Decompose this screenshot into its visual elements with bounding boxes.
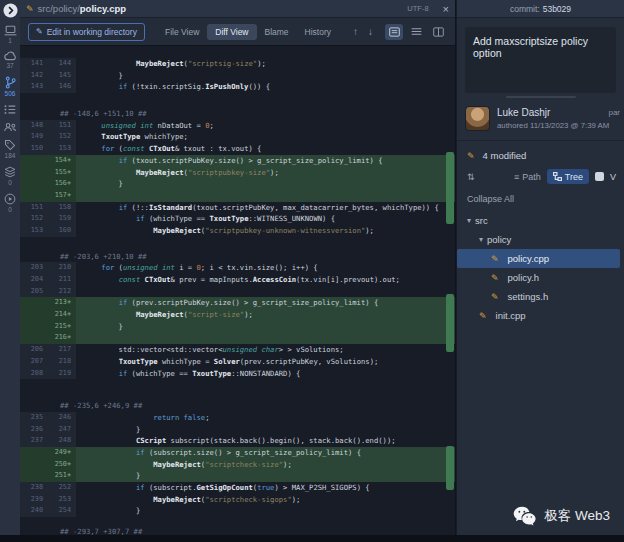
tree-icon xyxy=(553,172,562,181)
diff-row-context[interactable]: 143146 if (!txin.scriptSig.IsPushOnly())… xyxy=(20,81,455,93)
tree-item-init-cpp[interactable]: ✎init.cpp xyxy=(457,306,624,325)
new-line-number: 249+ xyxy=(48,447,76,459)
commit-hash: 53b029 xyxy=(543,4,571,14)
diff-gap xyxy=(20,379,455,400)
edit-in-working-directory-button[interactable]: ✎ Edit in working directory xyxy=(28,23,145,41)
tree-item-policy-cpp[interactable]: ✎policy.cpp xyxy=(457,249,620,268)
new-line-number: 213+ xyxy=(48,297,76,309)
tree-item-settings-h[interactable]: ✎settings.h xyxy=(457,287,624,306)
diff-row-added[interactable]: 157+ xyxy=(20,190,455,202)
file-path-prefix: src/policy/ xyxy=(38,3,80,14)
diff-row-context[interactable]: 207218 TxoutType whichType = Solver(prev… xyxy=(20,356,455,368)
sidebar-item-branch[interactable]: 506 xyxy=(5,76,16,97)
tree-item-policy[interactable]: ▾policy xyxy=(457,230,624,249)
new-line-number: 157+ xyxy=(48,190,76,202)
sidebar-badge: 184 xyxy=(5,152,16,159)
new-line-number: 211 xyxy=(48,274,76,286)
diff-row-added[interactable]: 216+ xyxy=(20,332,455,344)
diff-row-context[interactable]: 240254 } xyxy=(20,505,455,517)
path-view-button[interactable]: ≡Path xyxy=(514,172,541,182)
list-view-icon[interactable] xyxy=(407,24,425,40)
collapse-all-button[interactable]: Collapse All xyxy=(467,194,616,204)
diff-row-added[interactable]: 156+ } xyxy=(20,178,455,190)
diff-row-context[interactable]: 208219 if (whichType == TxoutType::NONST… xyxy=(20,368,455,380)
diff-row-added[interactable]: 155+ MaybeReject("scriptpubkey-size"); xyxy=(20,167,455,179)
tree-item-label: init.cpp xyxy=(496,310,526,321)
sidebar-badge: 506 xyxy=(5,90,16,97)
view-checkbox[interactable] xyxy=(595,172,604,181)
divider xyxy=(457,140,624,141)
diff-row-added[interactable]: 213+ if (prev.scriptPubKey.size() > g_sc… xyxy=(20,297,455,309)
diff-row-context[interactable]: 151158 if (!::IsStandard(txout.scriptPub… xyxy=(20,202,455,214)
diff-row-context[interactable]: 142145 } xyxy=(20,70,455,82)
diff-row-added[interactable]: 154+ if (txout.scriptPubKey.size() > g_s… xyxy=(20,155,455,167)
diff-row-context[interactable]: 236247 } xyxy=(20,424,455,436)
diff-row-added[interactable]: 250+ MaybeReject("scriptcheck-size"); xyxy=(20,459,455,471)
diff-row-context[interactable]: 204211 const CTxOut& prev = mapInputs.Ac… xyxy=(20,274,455,286)
message-scrollbar[interactable] xyxy=(506,96,576,98)
diff-row-added[interactable]: 251+ } xyxy=(20,470,455,482)
new-line-number: 159 xyxy=(48,213,76,225)
old-line-number: 239 xyxy=(20,494,48,506)
next-hunk-button[interactable]: ↓ xyxy=(368,26,373,37)
tree-item-src[interactable]: ▾src xyxy=(457,211,624,230)
modified-pencil-icon: ✎ xyxy=(491,273,499,283)
code-text: } xyxy=(76,470,455,482)
prev-hunk-button[interactable]: ↑ xyxy=(353,26,358,37)
sidebar-badge: 0 xyxy=(8,179,12,186)
old-line-number: 141 xyxy=(20,58,48,70)
sidebar-badge: 1 xyxy=(8,37,12,44)
sort-az-icon[interactable]: ⇅ xyxy=(467,172,474,182)
modified-pencil-icon: ✎ xyxy=(479,311,487,321)
diff-row-added[interactable]: 249+ if (subscript.size() > g_script_siz… xyxy=(20,447,455,459)
commit-message-box[interactable]: Add maxscriptsize policy option xyxy=(465,27,616,93)
diff-code-area[interactable]: 141144 MaybeReject("scriptsig-size");142… xyxy=(20,46,455,535)
diff-row-context[interactable]: 150153 for (const CTxOut& txout : tx.vou… xyxy=(20,143,455,155)
view-tab-history[interactable]: History xyxy=(297,24,339,40)
diff-row-context[interactable]: 235246 return false; xyxy=(20,412,455,424)
diff-row-context[interactable]: 203210 for (unsigned int i = 0; i < tx.v… xyxy=(20,262,455,274)
sidebar-item-cloud[interactable]: 37 xyxy=(4,51,17,69)
tree-item-label: settings.h xyxy=(508,291,549,302)
code-text: MaybeReject("scriptsig-size"); xyxy=(76,58,455,70)
inline-diff-icon[interactable] xyxy=(385,24,403,40)
new-line-number: 146 xyxy=(48,81,76,93)
split-view-icon[interactable] xyxy=(429,24,447,40)
sidebar-item-team[interactable] xyxy=(4,122,17,132)
authored-date: authored 11/13/2023 @ 7:39 AM xyxy=(497,121,609,130)
diff-row-context[interactable]: 152159 if (whichType == TxoutType::WITNE… xyxy=(20,213,455,225)
close-icon[interactable]: × xyxy=(443,3,449,15)
diff-row-context[interactable]: 237248 CScript subscript(stack.back().be… xyxy=(20,435,455,447)
sidebar-item-layers[interactable]: 0 xyxy=(4,166,16,186)
sidebar-item-checklist[interactable] xyxy=(4,104,16,115)
code-text: for (unsigned int i = 0; i < tx.vin.size… xyxy=(76,262,455,274)
view-tab-blame[interactable]: Blame xyxy=(257,24,297,40)
diff-row-added[interactable]: 215+ } xyxy=(20,321,455,333)
diff-row-context[interactable]: 141144 MaybeReject("scriptsig-size"); xyxy=(20,58,455,70)
diff-row-context[interactable]: 239253 MaybeReject("scriptcheck-sigops")… xyxy=(20,494,455,506)
sidebar-item-chevron-circle[interactable] xyxy=(3,3,18,18)
diff-row-context[interactable]: 238252 if (subscript.GetSigOpCount(true)… xyxy=(20,482,455,494)
tree-item-policy-h[interactable]: ✎policy.h xyxy=(457,268,624,287)
diff-minimap-scrollbar[interactable] xyxy=(446,46,454,535)
view-tab-file-view[interactable]: File View xyxy=(157,24,207,40)
diff-row-context[interactable]: 148151 unsigned int nDataOut = 0; xyxy=(20,120,455,132)
team-icon xyxy=(4,122,17,132)
sidebar-item-play[interactable]: 0 xyxy=(4,193,16,213)
edit-button-label: Edit in working directory xyxy=(47,27,137,37)
sidebar-item-laptop[interactable]: 1 xyxy=(4,25,17,44)
diff-row-context[interactable]: 206217 std::vector<std::vector<unsigned … xyxy=(20,344,455,356)
view-tab-diff-view[interactable]: Diff View xyxy=(207,24,256,40)
sidebar-item-tag[interactable]: 184 xyxy=(4,139,16,159)
caret-down-icon: ▾ xyxy=(479,235,483,244)
diff-row-context[interactable]: 205212 xyxy=(20,286,455,298)
commit-label: commit: xyxy=(510,4,540,14)
diff-row-context[interactable]: 153160 MaybeReject("scriptpubkey-unknown… xyxy=(20,225,455,237)
tree-view-button[interactable]: Tree xyxy=(547,169,589,184)
old-line-number: 238 xyxy=(20,482,48,494)
diff-row-added[interactable]: 214+ MaybeReject("script-size"); xyxy=(20,309,455,321)
watermark-text: 极客 Web3 xyxy=(544,507,610,525)
diff-row-context[interactable]: 149152 TxoutType whichType; xyxy=(20,131,455,143)
checklist-icon xyxy=(4,104,16,115)
code-text: MaybeReject("scriptcheck-sigops"); xyxy=(76,494,455,506)
